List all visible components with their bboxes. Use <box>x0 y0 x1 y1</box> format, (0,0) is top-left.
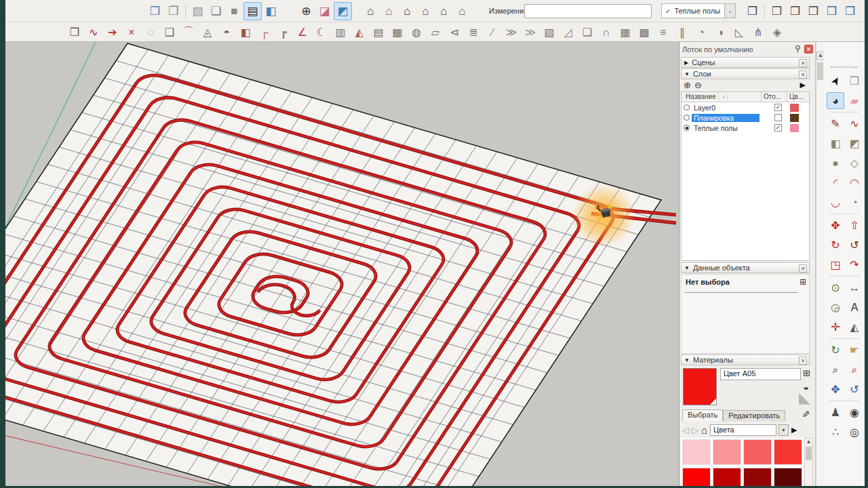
section-header-entity[interactable]: ▼ Данные объекта ✕ <box>681 262 810 273</box>
xray-cube-icon[interactable]: ▨ <box>189 2 207 20</box>
cube-face-icon[interactable]: ◧ <box>236 24 255 41</box>
solid-intersect-icon[interactable]: ❒ <box>786 2 804 20</box>
collection-dropdown[interactable]: Цвета <box>710 424 776 436</box>
view-left-icon[interactable]: ⌂ <box>453 2 471 20</box>
scenes-close-button[interactable]: ✕ <box>799 59 807 67</box>
circle-gizmo-icon[interactable]: ◌ <box>141 24 160 41</box>
slope-lines-icon[interactable]: ◺ <box>730 24 749 41</box>
palette-scroll-thumb[interactable] <box>806 447 812 460</box>
poly-sphere2-icon[interactable]: ◑ <box>711 24 730 41</box>
textured-cube-icon[interactable]: ▤ <box>243 2 262 20</box>
column-visible[interactable]: Ото... <box>762 92 787 102</box>
cone-circle-icon[interactable]: ◬ <box>198 24 217 41</box>
measurements-input[interactable] <box>524 4 652 18</box>
materials-close-button[interactable]: ✕ <box>799 357 807 365</box>
intersect-tool-icon[interactable]: × <box>122 24 141 41</box>
column-color[interactable]: Цв... <box>787 92 808 102</box>
toolbar-grip[interactable] <box>831 66 858 68</box>
tab-edit[interactable]: Редактировать <box>723 410 785 422</box>
hidden-line-cube-icon[interactable]: ❐ <box>164 2 182 20</box>
dimension-tool-icon[interactable]: ↔ <box>846 279 863 296</box>
tray-scrollbar[interactable]: ▲ <box>816 42 824 488</box>
view-right-icon[interactable]: ⌂ <box>416 2 435 20</box>
entity-close-button[interactable]: ✕ <box>799 264 807 272</box>
crescent-tool-icon[interactable]: ☾ <box>312 24 331 41</box>
three-point-arc-tool-icon[interactable]: ◡ <box>827 194 844 211</box>
columns-tool-icon[interactable]: ∥ <box>673 24 692 41</box>
skew-arrow2-icon[interactable]: ≫ <box>521 24 540 41</box>
layer-visible-checkbox[interactable]: ✓ <box>774 104 782 111</box>
wedge-tool-icon[interactable]: ⊲ <box>445 24 464 41</box>
palette-color-0-0[interactable] <box>682 439 711 465</box>
monochrome-cube-icon[interactable]: ◧ <box>262 2 280 20</box>
round-tower-icon[interactable]: ◍ <box>407 24 426 41</box>
column-name[interactable]: Название ▿ <box>682 92 762 102</box>
layer-visible-checkbox[interactable] <box>774 114 782 121</box>
axes-compass-icon[interactable]: ⊕ <box>297 2 315 20</box>
palette-color-1-2[interactable] <box>743 468 772 488</box>
style-dropdown-arrow[interactable]: ⌄ <box>724 3 736 18</box>
tray-close-button[interactable]: ✕ <box>804 45 813 54</box>
layer-row-0[interactable]: Layer0✓ <box>682 102 809 113</box>
pin-icon[interactable] <box>793 45 802 54</box>
sphere-tool-icon[interactable]: ◓ <box>217 24 236 41</box>
palette-color-0-3[interactable] <box>774 439 802 465</box>
slope-face-icon[interactable]: ◿ <box>559 24 578 41</box>
fence-tool-icon[interactable]: ⋔ <box>749 24 768 41</box>
select-tool-icon[interactable]: ➤ <box>824 69 848 93</box>
style-dropdown[interactable]: ✓ Теплые полы <box>661 3 725 18</box>
shaded-cube-icon[interactable]: ■ <box>225 2 243 20</box>
layer-visible-checkbox[interactable]: ✓ <box>774 124 782 131</box>
corner-join-icon[interactable]: ┌ <box>255 24 274 41</box>
wireframe-cube-icon[interactable]: ❏ <box>207 2 225 20</box>
section-plane-icon[interactable]: ◪ <box>315 2 334 20</box>
polygon-tool-icon[interactable]: ◇ <box>846 155 863 171</box>
walk-tool-icon[interactable]: ∴ <box>827 424 844 441</box>
palette-color-1-3[interactable] <box>774 468 802 488</box>
layers-detail-button[interactable]: ▶ <box>800 81 806 89</box>
poly-sphere-icon[interactable]: ◔ <box>692 24 711 41</box>
curve-points-icon[interactable]: ∿ <box>84 24 103 41</box>
rotate-tool-icon[interactable]: ↻ <box>827 237 844 253</box>
position-camera-tool-icon[interactable]: ♟ <box>827 404 844 421</box>
flat-panel-icon[interactable]: ▱ <box>426 24 445 41</box>
layer-name[interactable]: Теплые полы <box>692 124 760 132</box>
layer-name[interactable]: Layer0 <box>692 104 760 112</box>
section-fill-icon[interactable]: ◩ <box>334 2 352 20</box>
model-viewport[interactable] <box>5 42 679 488</box>
pie-tool-icon[interactable]: ◔ <box>846 194 863 211</box>
cube-outline-icon[interactable]: ❑ <box>160 24 179 41</box>
make-component-tool-icon[interactable]: ❒ <box>846 73 863 89</box>
layer-row-2[interactable]: Теплые полы✓ <box>682 123 809 133</box>
remove-layer-button[interactable]: ⊖ <box>694 81 702 89</box>
eraser-tool-icon[interactable]: ▰ <box>846 92 863 109</box>
zoom-window-tool-icon[interactable]: ⌕ <box>846 361 863 378</box>
paint-bucket-tool-icon[interactable]: ◕ <box>827 92 844 109</box>
circle-tool-icon[interactable]: ● <box>827 155 844 171</box>
stairs-tool-icon[interactable]: ▤ <box>369 24 388 41</box>
wall-layers-icon[interactable]: ≡ <box>654 24 673 41</box>
cone-outline-icon[interactable]: ◭ <box>350 24 369 41</box>
corner-join2-icon[interactable]: ┏ <box>274 24 293 41</box>
freehand-tool-icon[interactable]: ∿ <box>846 115 863 132</box>
section-header-layers[interactable]: ▼ Слои ✕ <box>681 68 810 79</box>
palette-color-0-2[interactable] <box>743 439 772 465</box>
section-header-scenes[interactable]: ▶ Сцены ✕ <box>681 57 810 68</box>
layer-color-swatch[interactable] <box>790 104 799 112</box>
zoom-previous-tool-icon[interactable]: ↺ <box>846 381 863 398</box>
axes-tool-icon[interactable]: ✛ <box>827 319 844 336</box>
palette-scrollbar[interactable]: ▲ <box>804 438 813 488</box>
push-cube-icon[interactable]: ➔ <box>103 24 122 41</box>
cylinder-grid-icon[interactable]: ▥ <box>331 24 350 41</box>
add-layer-button[interactable]: ⊕ <box>684 81 691 89</box>
sheets-tool-icon[interactable]: ≣ <box>464 24 483 41</box>
blocks-tool-icon[interactable]: ▦ <box>388 24 407 41</box>
view-back-icon[interactable]: ⌂ <box>435 2 453 20</box>
angle-tool-icon[interactable]: ∠ <box>293 24 312 41</box>
terrain-stamp-icon[interactable]: ▨ <box>540 24 559 41</box>
scroll-up-icon[interactable]: ▲ <box>805 439 812 445</box>
offset-tool-icon[interactable]: ↷ <box>846 256 863 273</box>
palette-color-0-1[interactable] <box>713 439 741 465</box>
hatch-square-icon[interactable]: ▩ <box>635 24 654 41</box>
create-material-icon[interactable]: ⊞ <box>803 368 810 378</box>
